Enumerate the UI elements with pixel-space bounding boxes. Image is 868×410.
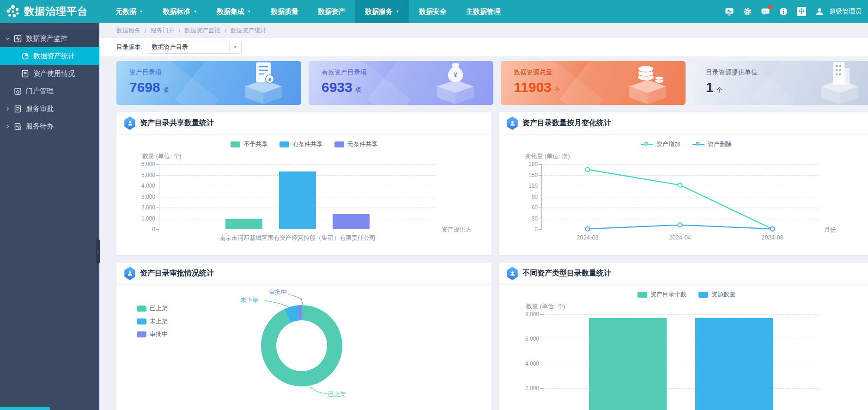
nav-master-data[interactable]: 主数据管理 — [456, 0, 510, 23]
nav-data-service[interactable]: 数据服务▼ — [355, 0, 409, 23]
gridline — [159, 164, 436, 165]
legend-swatch — [698, 292, 708, 298]
stat-unit: 个 — [716, 86, 722, 93]
axis-tick — [540, 339, 543, 339]
axis-tick — [156, 164, 159, 165]
axis-tick — [539, 186, 541, 186]
axis-tick — [540, 388, 543, 389]
home-icon — [14, 87, 22, 95]
breadcrumb-separator: / — [179, 27, 181, 34]
pie-slice-label: 未上架 — [240, 296, 258, 304]
axis-tick-label: 3,000 — [129, 194, 155, 200]
current-username[interactable]: 超级管理员 — [829, 7, 862, 16]
nav-data-quality[interactable]: 数据质量 — [261, 0, 308, 23]
sidebar-bottom-accent — [0, 407, 50, 410]
legend-item[interactable]: 不予共享 — [231, 140, 267, 148]
axis-tick — [540, 314, 543, 315]
panel-approval-status: 资产目录审批情况统计 已上架未上架审批中审批中未上架已上架 — [116, 263, 492, 410]
sidebar-item-portal-management[interactable]: 门户管理 — [0, 82, 99, 100]
chart-legend: 不予共享有条件共享无条件共享 — [116, 140, 492, 148]
pie-slice-label: 审批中 — [269, 288, 287, 296]
legend-item[interactable]: 资产增加 — [641, 140, 680, 148]
app-logo[interactable]: 数据治理平台 — [0, 3, 99, 20]
bar-无条件共享 — [333, 214, 370, 229]
axis-tick-label: 150 — [512, 172, 538, 178]
chart-legend: 资产目录个数资源数量 — [499, 290, 868, 299]
legend-item[interactable]: 资源数量 — [698, 290, 735, 299]
breadcrumb-item[interactable]: 服务门户 — [151, 26, 175, 35]
y-axis-line — [159, 164, 159, 229]
sidebar-resize-handle[interactable]: ⋮ — [96, 239, 100, 263]
assistant-badge-icon — [506, 116, 518, 130]
legend-item[interactable]: 资产删除 — [692, 140, 732, 148]
info-icon[interactable] — [778, 6, 789, 17]
gear-icon[interactable] — [742, 6, 753, 17]
nav-data-standard[interactable]: 数据标准▼ — [153, 0, 207, 23]
messages-icon[interactable] — [760, 6, 771, 17]
catalog-version-value: 数据资产目录 — [147, 43, 229, 51]
sidebar-item-service-approval[interactable]: 服务审批 — [0, 100, 99, 117]
topbar: 数据治理平台 元数据▼ 数据标准▼ 数据集成▼ 数据质量 数据资产 数据服务▼ … — [0, 0, 868, 23]
legend-line-marker — [641, 141, 653, 147]
breadcrumb-separator: / — [225, 27, 226, 34]
chevron-down-icon: ▼ — [193, 10, 197, 13]
nav-data-security[interactable]: 数据安全 — [409, 0, 456, 23]
user-avatar-icon[interactable] — [814, 6, 825, 17]
panel-monthly-change: 资产目录数量按月变化统计 资产增加资产删除变化量 (单位: 次)03060901… — [499, 112, 868, 255]
sidebar-item-service-todo[interactable]: 服务待办 — [0, 117, 99, 135]
stat-unit: 个 — [554, 86, 560, 93]
axis-tick-label: 4,000 — [129, 183, 155, 189]
nav-data-asset[interactable]: 数据资产 — [308, 0, 355, 23]
x-category-label: 2024-08 — [745, 234, 800, 241]
axis-tick — [156, 197, 159, 197]
panel-title: 资产目录审批情况统计 — [140, 269, 214, 278]
language-icon[interactable]: 中 — [796, 6, 807, 17]
sidebar-item-asset-statistics[interactable]: 数据资产统计 — [0, 47, 99, 65]
bar-资源数量 — [695, 318, 773, 410]
x-axis-name: 月份 — [824, 226, 836, 234]
y-axis-label: 数量 (单位: 个) — [526, 302, 565, 311]
share-count-bar-chart: 不予共享有条件共享无条件共享数量 (单位: 个)01,0002,0003,000… — [116, 135, 492, 255]
sidebar-item-asset-usage[interactable]: 资产使用情况 — [0, 65, 99, 82]
monthly-change-line-chart: 资产增加资产删除变化量 (单位: 次)0306090120150180月份202… — [499, 135, 868, 255]
monitor-chart-icon — [14, 35, 22, 43]
axis-tick-label: 30 — [512, 215, 538, 222]
catalog-version-select[interactable]: 数据资产目录 ▼ — [147, 41, 242, 54]
axis-tick — [539, 197, 541, 197]
axis-tick-label: 2,000 — [513, 385, 539, 392]
stat-value: 7698 — [129, 80, 160, 95]
breadcrumb-item[interactable]: 数据资产统计 — [231, 26, 267, 35]
y-axis-label: 数量 (单位: 个) — [142, 152, 182, 160]
main-content: 数据服务 / 服务门户 / 数据资产监控 / 数据资产统计 目录版本: 数据资产… — [99, 23, 868, 410]
legend-swatch — [637, 292, 647, 298]
plot-area — [159, 164, 436, 229]
axis-tick-label: 0 — [512, 226, 538, 233]
x-category-label: 南京市河西新城区国有资产经营控股（集团）有限责任公司 — [159, 234, 436, 242]
axis-tick — [156, 219, 159, 219]
axis-tick-label: 6,000 — [513, 336, 539, 342]
axis-tick — [539, 229, 541, 230]
chevron-down-icon: ▼ — [395, 10, 400, 13]
stat-card-total-resources: 数据资源总量 11903个 — [501, 61, 686, 105]
breadcrumb-item[interactable]: 数据服务 — [116, 26, 140, 35]
app-title: 数据治理平台 — [24, 5, 88, 18]
chart-panels: 资产目录共享数量统计 不予共享有条件共享无条件共享数量 (单位: 个)01,00… — [99, 105, 868, 410]
panel-title: 资产目录共享数量统计 — [140, 118, 214, 128]
legend-swatch — [334, 141, 344, 147]
nav-metadata[interactable]: 元数据▼ — [106, 0, 153, 23]
chevron-right-icon — [5, 106, 11, 111]
stat-unit: 项 — [355, 86, 361, 93]
sidebar-item-asset-monitor[interactable]: 数据资产监控 — [0, 30, 99, 47]
legend-item[interactable]: 有条件共享 — [279, 140, 322, 148]
legend-item[interactable]: 资产目录个数 — [637, 290, 686, 299]
monitor-icon[interactable] — [724, 6, 734, 17]
approval-status-donut-chart: 已上架未上架审批中审批中未上架已上架 — [116, 285, 492, 410]
legend-item[interactable]: 无条件共享 — [334, 140, 377, 148]
panel-title: 不同资产类型目录数量统计 — [522, 269, 611, 278]
pie-chart-icon — [21, 52, 29, 60]
plot-area — [543, 314, 819, 410]
nav-data-integration[interactable]: 数据集成▼ — [207, 0, 261, 23]
x-category-label: 2024-03 — [560, 234, 615, 241]
axis-tick-label: 8,000 — [513, 311, 539, 318]
breadcrumb-item[interactable]: 数据资产监控 — [184, 26, 220, 35]
